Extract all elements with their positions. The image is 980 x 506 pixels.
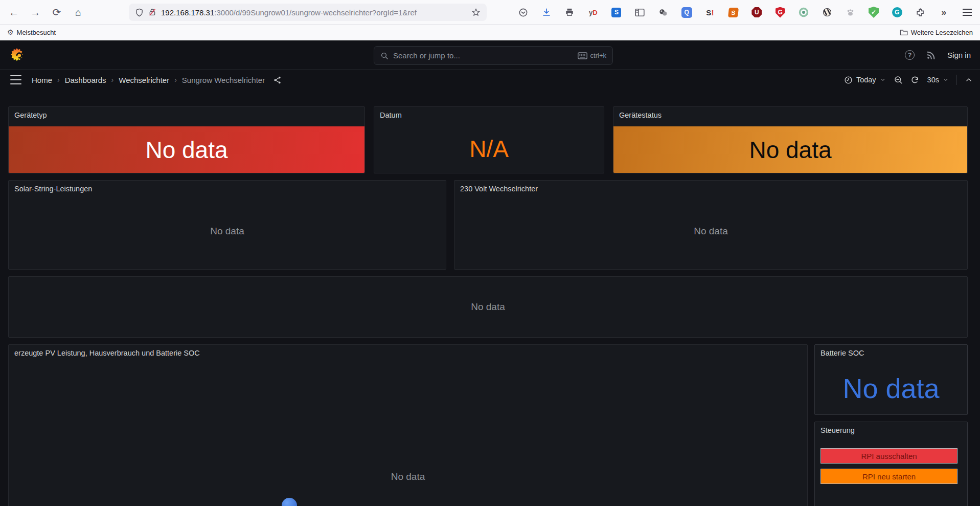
translate-icon[interactable]: S <box>611 7 622 18</box>
divider <box>956 75 957 85</box>
stat-value-datum: N/A <box>374 124 604 173</box>
spheres-icon[interactable] <box>657 7 669 18</box>
home-icon[interactable]: ⌂ <box>70 4 87 20</box>
panel-geraetetyp: Gerätetyp No data <box>8 106 365 173</box>
panel-batterie-soc: Batterie SOC No data <box>814 344 968 415</box>
panel-datum: Datum N/A <box>374 106 604 173</box>
sidebar-toggle-icon[interactable] <box>634 7 646 18</box>
time-range-label: Today <box>856 76 876 84</box>
panel-230v-wechselrichter: 230 Volt Wechselrichter No data <box>454 180 968 270</box>
stat-value-batterie-soc: No data <box>815 362 967 414</box>
panel-title[interactable]: erzeugte PV Leistung, Hausverbrauch und … <box>14 349 200 357</box>
bookmark-more-folder[interactable]: Weitere Lesezeichen <box>900 29 973 36</box>
panel-title[interactable]: Gerätestatus <box>619 111 662 119</box>
chevron-down-icon <box>943 77 949 83</box>
shield-icon[interactable] <box>135 8 144 17</box>
translate-badge: S <box>611 8 621 17</box>
breadcrumb-dashboards[interactable]: Dashboards <box>65 76 106 84</box>
sign-in-button[interactable]: Sign in <box>947 51 971 59</box>
grafana-topnav: Search or jump to... ctrl+k ? Sign in <box>0 40 980 70</box>
browser-nav: ← → ⟳ ⌂ <box>5 0 87 25</box>
clock-icon <box>844 76 853 84</box>
qwant-icon[interactable]: Q <box>681 7 692 18</box>
search-shortcut: ctrl+k <box>578 52 606 59</box>
search-input[interactable]: Search or jump to... ctrl+k <box>374 46 613 65</box>
gdata-shield-icon[interactable]: G <box>774 7 786 18</box>
panel-title[interactable]: Solar-String-Leistungen <box>14 185 92 193</box>
url-bar[interactable]: 192.168.178.31:3000/d/99Sungrow01/sungro… <box>129 4 487 21</box>
panel-title[interactable]: Datum <box>380 111 402 119</box>
ydownloader-y: y <box>589 9 592 16</box>
no-data-label: No data <box>471 301 505 313</box>
breadcrumb: Home › Dashboards › Wechselrichter › Sun… <box>32 76 282 84</box>
privacy-badger-icon[interactable] <box>822 7 833 18</box>
breadcrumb-separator: › <box>57 76 60 84</box>
zoom-out-icon[interactable] <box>894 75 903 84</box>
rpi-shutdown-button[interactable]: RPI ausschalten <box>821 448 958 464</box>
pocket-icon[interactable] <box>517 7 529 18</box>
breadcrumb-separator: › <box>174 76 177 84</box>
keyboard-icon <box>578 52 587 59</box>
breadcrumb-current: Sungrow Wechselrichter <box>182 76 265 84</box>
sharepoint-icon[interactable]: S <box>728 7 739 18</box>
bookmark-more-label: Weitere Lesezeichen <box>911 29 973 36</box>
stylish-s: S <box>706 8 711 17</box>
panel-untitled: No data <box>8 276 968 338</box>
gdata-badge: G <box>776 7 785 18</box>
gear-icon: ⚙ <box>7 28 14 36</box>
panel-title[interactable]: Gerätetyp <box>14 111 47 119</box>
printer-icon[interactable] <box>564 7 575 18</box>
ublock-icon[interactable]: U <box>751 7 762 18</box>
time-range-picker[interactable]: Today <box>844 76 886 84</box>
stat-value-geraetetyp: No data <box>9 126 364 173</box>
no-data-label: No data <box>210 226 244 237</box>
extensions-puzzle-icon[interactable] <box>915 7 926 18</box>
bookmark-most-visited[interactable]: ⚙ Meistbesucht <box>7 28 56 36</box>
topnav-right: ? Sign in <box>905 40 971 70</box>
grafana-logo[interactable] <box>9 47 25 62</box>
panel-solar-strings: Solar-String-Leistungen No data <box>8 180 446 270</box>
url-text[interactable]: 192.168.178.31:3000/d/99Sungrow01/sungro… <box>161 8 467 17</box>
time-controls: Today 30s <box>844 70 973 90</box>
search-icon <box>380 52 389 60</box>
chevron-down-icon <box>880 77 886 83</box>
refresh-interval-picker[interactable]: 30s <box>927 76 949 84</box>
menu-hamburger-icon[interactable] <box>962 7 973 18</box>
panel-title[interactable]: Batterie SOC <box>821 349 864 357</box>
collapse-chevron-up-icon[interactable] <box>965 76 973 84</box>
download-icon[interactable] <box>541 7 552 18</box>
help-icon[interactable]: ? <box>905 50 915 60</box>
reload-icon[interactable]: ⟳ <box>48 4 65 20</box>
sharepoint-badge: S <box>728 8 739 17</box>
ydownloader-d: D <box>592 9 597 16</box>
back-icon[interactable]: ← <box>5 4 22 20</box>
bookmark-star-icon[interactable] <box>471 8 481 17</box>
rss-news-icon[interactable] <box>926 50 936 60</box>
overflow-chevrons-icon[interactable]: » <box>938 7 949 18</box>
extension-strip: yD S Q S! S U G <box>517 0 973 25</box>
search-placeholder: Search or jump to... <box>393 51 573 60</box>
bookmark-most-visited-label: Meistbesucht <box>17 29 56 36</box>
url-host: 192.168.178.31 <box>161 8 214 17</box>
share-icon[interactable] <box>273 76 282 84</box>
stylish-excl: ! <box>711 8 714 17</box>
adguard-shield-icon[interactable]: ✓ <box>868 7 879 18</box>
dashboard-canvas: Gerätetyp No data Datum N/A Gerätestatus… <box>0 90 980 506</box>
grammarly-icon[interactable]: G <box>892 7 903 18</box>
panel-pv-leistung: erzeugte PV Leistung, Hausverbrauch und … <box>8 344 808 506</box>
breadcrumb-home[interactable]: Home <box>32 76 52 84</box>
rpi-restart-button[interactable]: RPI neu starten <box>821 469 958 484</box>
breadcrumb-separator: › <box>111 76 114 84</box>
green-ring-icon[interactable] <box>798 7 809 18</box>
stat-value-geraetestatus: No data <box>613 126 967 173</box>
forward-icon[interactable]: → <box>27 4 44 20</box>
ghostery-paw-icon[interactable] <box>845 7 856 18</box>
panel-title[interactable]: 230 Volt Wechselrichter <box>460 185 538 193</box>
ydownloader-icon[interactable]: yD <box>587 7 599 18</box>
mega-menu-icon[interactable] <box>10 75 21 84</box>
stylish-icon[interactable]: S! <box>704 7 716 18</box>
insecure-lock-icon[interactable] <box>148 8 156 16</box>
refresh-icon[interactable] <box>910 75 920 84</box>
breadcrumb-folder[interactable]: Wechselrichter <box>119 76 169 84</box>
panel-title[interactable]: Steuerung <box>821 426 855 434</box>
